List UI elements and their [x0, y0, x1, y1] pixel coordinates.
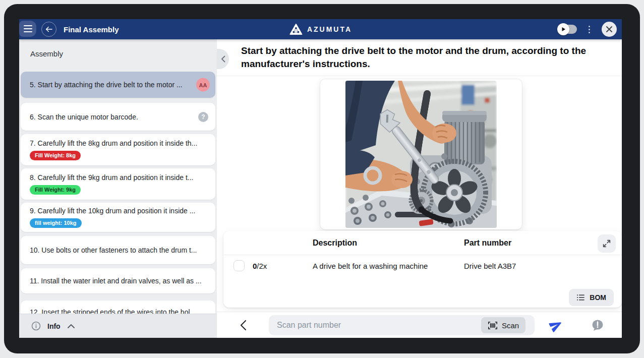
bom-table-row: 0/2x A drive belt for a washing machine … [223, 255, 622, 277]
chevron-left-icon [221, 55, 225, 63]
step-item-8[interactable]: 8. Carefully lift the 9kg drum and posit… [21, 168, 215, 200]
send-icon [547, 316, 566, 335]
report-issue-button[interactable] [591, 319, 604, 334]
step-item-10[interactable]: 10. Use bolts or other fasteners to atta… [21, 236, 215, 264]
info-bar[interactable]: Info [19, 314, 217, 338]
menu-icon[interactable] [19, 21, 36, 37]
step-label: 9. Carefully lift the 10kg drum and posi… [30, 207, 207, 215]
info-icon [31, 321, 41, 331]
close-button[interactable] [602, 22, 617, 37]
bom-button[interactable]: BOM [569, 289, 614, 306]
play-icon [557, 23, 569, 35]
part-quantity: 0/2x [253, 262, 267, 270]
quantity-total: /2x [257, 262, 267, 270]
step-item-5[interactable]: 5. Start by attaching the drive belt to … [21, 72, 215, 98]
column-part-number: Part number [464, 238, 511, 248]
top-bar: Final Assembly AZUMUTA [19, 19, 622, 39]
step-item-7[interactable]: 7. Carefully lift the 8kg drum and posit… [21, 134, 215, 165]
step-label: 5. Start by attaching the drive belt to … [30, 81, 207, 89]
column-description: Description [313, 238, 357, 248]
expand-table-button[interactable] [598, 234, 616, 253]
step-detail-panel: Start by attaching the drive belt to the… [217, 39, 622, 338]
section-label: Assembly [30, 49, 63, 58]
avatar: AA [196, 78, 210, 92]
app-window: Final Assembly AZUMUTA [19, 19, 622, 338]
chevron-up-icon [67, 324, 75, 329]
expand-icon [602, 239, 611, 248]
scan-button[interactable]: Scan [481, 317, 525, 333]
step-photo-drive-belt-motor [345, 81, 497, 228]
part-description: A drive belt for a washing machine [313, 262, 428, 270]
step-label: 8. Carefully lift the 9kg drum and posit… [30, 173, 207, 182]
back-button[interactable] [41, 22, 56, 37]
azumuta-logo-icon [289, 23, 303, 35]
submit-button[interactable] [549, 318, 563, 334]
list-icon [576, 293, 585, 302]
barcode-icon [488, 321, 498, 330]
brand-name: AZUMUTA [307, 25, 352, 33]
brand-logo: AZUMUTA [289, 19, 352, 39]
status-badge: Fill Weight: 9kg [30, 185, 81, 195]
status-badge: fill weight: 10kg [30, 218, 82, 228]
help-icon: ? [198, 112, 208, 122]
step-item-6[interactable]: 6. Scan the unique motor barcode. ? [21, 103, 215, 131]
part-checkbox[interactable] [233, 260, 245, 271]
page-title: Final Assembly [64, 25, 119, 34]
info-label: Info [47, 322, 61, 330]
arrow-left-icon [44, 25, 53, 34]
close-icon [606, 26, 613, 33]
step-image-card[interactable] [320, 79, 522, 229]
step-label: 10. Use bolts or other fasteners to atta… [30, 246, 207, 254]
bom-button-label: BOM [590, 293, 606, 302]
topbar-actions [559, 19, 617, 39]
step-title: Start by attaching the drive belt to the… [241, 44, 612, 71]
step-item-11[interactable]: 11. Install the water inlet and drain va… [21, 268, 215, 293]
more-options-icon[interactable] [586, 24, 593, 35]
previous-step-button[interactable] [240, 320, 247, 333]
bom-table-card: Description Part number 0/2x A drive bel… [223, 231, 622, 308]
scan-button-label: Scan [502, 321, 519, 330]
bom-table-header: Description Part number [223, 231, 622, 255]
step-label: 11. Install the water inlet and drain va… [30, 277, 207, 285]
step-item-9[interactable]: 9. Carefully lift the 10kg drum and posi… [21, 203, 215, 232]
part-number: Drive belt A3B7 [464, 262, 516, 270]
status-badge: Fill Weight: 8kg [30, 151, 81, 160]
scan-toolbar: Scan [217, 312, 622, 338]
steps-sidebar: Assembly 5. Start by attaching the drive… [19, 39, 217, 338]
alert-bubble-icon [591, 319, 604, 332]
autoplay-toggle[interactable] [559, 25, 577, 34]
step-label: 7. Carefully lift the 8kg drum and posit… [30, 139, 207, 147]
chevron-left-icon [240, 320, 247, 331]
step-label: 6. Scan the unique motor barcode. [30, 113, 207, 121]
